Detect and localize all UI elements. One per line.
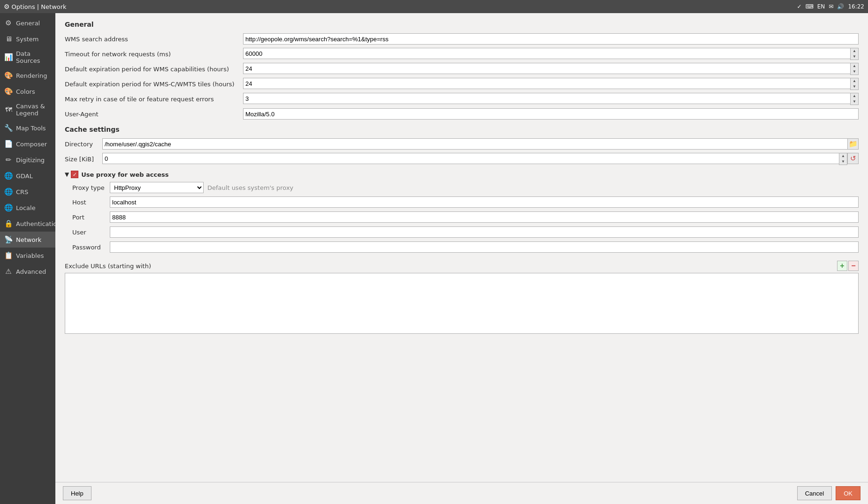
sidebar-item-map-tools[interactable]: 🔧 Map Tools bbox=[0, 120, 55, 136]
use-proxy-checkbox[interactable]: ✓ bbox=[71, 171, 78, 178]
gdal-icon: 🌐 bbox=[4, 171, 13, 181]
size-up-btn[interactable]: ▲ bbox=[839, 153, 847, 159]
canvas-icon: 🗺 bbox=[4, 105, 13, 114]
wms-expiry-down-btn[interactable]: ▼ bbox=[851, 69, 858, 75]
wmts-expiry-up-btn[interactable]: ▲ bbox=[851, 78, 858, 84]
host-input[interactable] bbox=[110, 196, 859, 208]
sidebar-item-authentication[interactable]: 🔒 Authentication bbox=[0, 216, 55, 232]
ok-button[interactable]: OK bbox=[836, 486, 860, 500]
help-button[interactable]: Help bbox=[63, 486, 91, 500]
timeout-down-btn[interactable]: ▼ bbox=[851, 54, 858, 60]
size-clear-btn[interactable]: ↺ bbox=[847, 153, 859, 164]
sidebar-item-advanced[interactable]: ⚠ Advanced bbox=[0, 263, 55, 279]
timeout-up-btn[interactable]: ▲ bbox=[851, 48, 858, 54]
wmts-expiry-down-btn[interactable]: ▼ bbox=[851, 84, 858, 90]
password-input[interactable] bbox=[110, 241, 859, 253]
port-label: Port bbox=[72, 214, 110, 221]
sidebar-item-canvas-legend[interactable]: 🗺 Canvas &Legend bbox=[0, 99, 55, 120]
size-label: Size [KiB] bbox=[65, 156, 102, 163]
sidebar: ⚙ General 🖥 System 📊 Data Sources 🎨 Rend… bbox=[0, 13, 55, 504]
timeout-input[interactable] bbox=[243, 48, 850, 59]
size-input-group: ▲ ▼ ↺ bbox=[102, 153, 859, 165]
sidebar-label-canvas: Canvas &Legend bbox=[16, 103, 45, 117]
sidebar-item-variables[interactable]: 📋 Variables bbox=[0, 248, 55, 263]
retry-spinner: ▲ ▼ bbox=[243, 93, 859, 105]
sidebar-item-digitizing[interactable]: ✏ Digitizing bbox=[0, 152, 55, 168]
host-row: Host bbox=[72, 196, 859, 208]
wms-expiry-up-btn[interactable]: ▲ bbox=[851, 63, 858, 69]
port-row: Port bbox=[72, 211, 859, 223]
sidebar-item-system[interactable]: 🖥 System bbox=[0, 31, 55, 47]
timeout-spinner-btns: ▲ ▼ bbox=[850, 48, 859, 60]
status-icon: ✓ bbox=[797, 3, 801, 10]
titlebar-left: ⚙ Options | Network bbox=[4, 3, 67, 10]
wms-expiry-label: Default expiration period for WMS capabi… bbox=[65, 66, 243, 73]
keyboard-icon: ⌨ bbox=[805, 3, 813, 10]
wms-address-label: WMS search address bbox=[65, 36, 243, 43]
sidebar-item-gdal[interactable]: 🌐 GDAL bbox=[0, 168, 55, 184]
wms-expiry-spinner-btns: ▲ ▼ bbox=[850, 63, 859, 75]
language-label: EN bbox=[817, 3, 825, 10]
content-area: General WMS search address Timeout for n… bbox=[55, 13, 868, 482]
auth-icon: 🔒 bbox=[4, 219, 13, 228]
exclude-add-btn[interactable]: + bbox=[837, 261, 847, 271]
size-down-btn[interactable]: ▼ bbox=[839, 159, 847, 165]
sidebar-label-gdal: GDAL bbox=[16, 173, 33, 180]
port-input[interactable] bbox=[110, 211, 859, 223]
cache-section-title: Cache settings bbox=[65, 126, 859, 133]
user-agent-row: User-Agent bbox=[65, 108, 859, 120]
password-row: Password bbox=[72, 241, 859, 253]
directory-row: Directory 📁 bbox=[65, 138, 859, 150]
system-icon: 🖥 bbox=[4, 34, 13, 44]
user-agent-label: User-Agent bbox=[65, 111, 243, 118]
user-label: User bbox=[72, 229, 110, 236]
locale-icon: 🌐 bbox=[4, 203, 13, 212]
exclude-remove-btn[interactable]: − bbox=[848, 261, 859, 271]
directory-browse-btn[interactable]: 📁 bbox=[847, 138, 859, 150]
directory-input[interactable] bbox=[102, 138, 847, 150]
sidebar-label-colors: Colors bbox=[16, 88, 35, 95]
sidebar-item-composer[interactable]: 📄 Composer bbox=[0, 136, 55, 152]
sidebar-label-locale: Locale bbox=[16, 204, 36, 211]
proxy-collapsible-header[interactable]: ▼ ✓ Use proxy for web access bbox=[65, 171, 859, 178]
sidebar-item-rendering[interactable]: 🎨 Rendering bbox=[0, 68, 55, 83]
sidebar-item-crs[interactable]: 🌐 CRS bbox=[0, 184, 55, 200]
cancel-button[interactable]: Cancel bbox=[797, 486, 832, 500]
colors-icon: 🎨 bbox=[4, 87, 13, 96]
host-label: Host bbox=[72, 199, 110, 206]
wms-expiry-input[interactable] bbox=[243, 63, 850, 74]
exclude-title: Exclude URLs (starting with) bbox=[65, 263, 151, 270]
data-sources-icon: 📊 bbox=[4, 53, 13, 62]
proxy-type-select[interactable]: HttpProxy Socks5Proxy DefaultProxy bbox=[110, 182, 204, 193]
sidebar-label-network: Network bbox=[16, 236, 41, 243]
exclude-header: Exclude URLs (starting with) + − bbox=[65, 261, 859, 271]
retry-label: Max retry in case of tile or feature req… bbox=[65, 96, 243, 103]
sidebar-item-network[interactable]: 📡 Network bbox=[0, 232, 55, 248]
email-icon: ✉ bbox=[829, 3, 833, 10]
sidebar-label-map-tools: Map Tools bbox=[16, 125, 46, 132]
user-input[interactable] bbox=[110, 226, 859, 238]
size-input[interactable] bbox=[102, 153, 839, 164]
sidebar-label-data-sources: Data Sources bbox=[16, 50, 52, 64]
timeout-spinner: ▲ ▼ bbox=[243, 48, 859, 60]
wmts-expiry-input[interactable] bbox=[243, 78, 850, 89]
wms-address-input[interactable] bbox=[243, 33, 859, 45]
sidebar-item-data-sources[interactable]: 📊 Data Sources bbox=[0, 47, 55, 68]
retry-up-btn[interactable]: ▲ bbox=[851, 93, 858, 99]
collapse-arrow-icon: ▼ bbox=[65, 171, 69, 178]
general-section-title: General bbox=[65, 21, 859, 28]
retry-input[interactable] bbox=[243, 93, 850, 104]
wmts-expiry-spinner-btns: ▲ ▼ bbox=[850, 78, 859, 90]
sidebar-item-colors[interactable]: 🎨 Colors bbox=[0, 83, 55, 99]
timeout-label: Timeout for network requests (ms) bbox=[65, 51, 243, 58]
variables-icon: 📋 bbox=[4, 251, 13, 260]
retry-down-btn[interactable]: ▼ bbox=[851, 99, 858, 105]
main-container: ⚙ General 🖥 System 📊 Data Sources 🎨 Rend… bbox=[0, 13, 868, 504]
user-agent-input[interactable] bbox=[243, 108, 859, 120]
wmts-expiry-label: Default expiration period for WMS-C/WMTS… bbox=[65, 81, 243, 88]
sidebar-label-system: System bbox=[16, 36, 38, 43]
general-icon: ⚙ bbox=[4, 18, 13, 28]
sidebar-item-general[interactable]: ⚙ General bbox=[0, 15, 55, 31]
sidebar-item-locale[interactable]: 🌐 Locale bbox=[0, 200, 55, 216]
password-label: Password bbox=[72, 244, 110, 251]
